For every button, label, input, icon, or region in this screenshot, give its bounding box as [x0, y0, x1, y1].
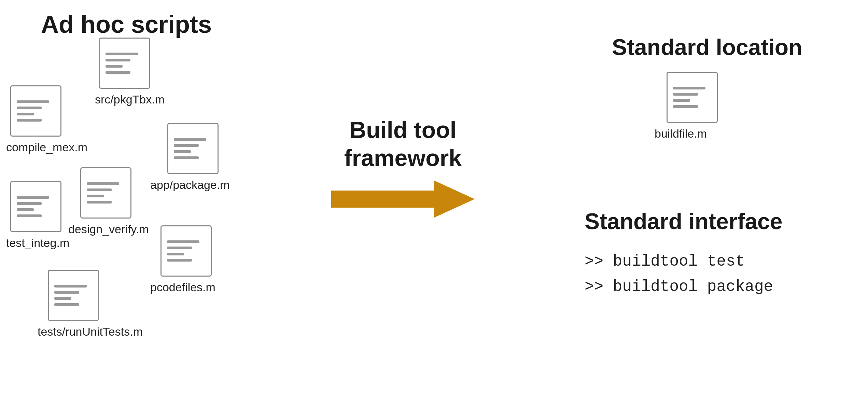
standard-location-title: Standard location	[612, 34, 802, 60]
file-line	[174, 144, 199, 147]
file-label-buildfile: buildfile.m	[655, 127, 707, 140]
file-line	[106, 53, 138, 55]
standard-interface-title: Standard interface	[585, 208, 783, 234]
file-line	[673, 87, 705, 89]
file-line	[54, 297, 71, 300]
file-icon-src-pkgTbx	[99, 38, 150, 89]
file-line	[17, 196, 49, 199]
file-line	[167, 247, 192, 249]
code-line-1: >> buildtool test	[585, 249, 773, 275]
middle-section: Build tool framework	[307, 116, 499, 220]
file-line	[87, 195, 104, 197]
file-icon-app-package	[167, 123, 219, 174]
code-line-2: >> buildtool package	[585, 275, 773, 300]
file-line	[17, 113, 34, 115]
file-icon-tests-runUnitTests	[48, 270, 99, 321]
file-label-design-verify: design_verify.m	[68, 223, 149, 236]
file-line	[673, 99, 690, 102]
code-lines: >> buildtool test >> buildtool package	[585, 249, 773, 299]
file-line	[54, 285, 87, 288]
file-icon-buildfile	[667, 72, 718, 123]
file-line	[17, 107, 42, 109]
build-tool-label-line1: Build tool	[349, 116, 456, 144]
file-label-pcodefiles: pcodefiles.m	[150, 281, 215, 294]
file-icon-compile-mex	[10, 85, 61, 137]
file-line	[54, 291, 79, 294]
file-line	[167, 240, 199, 243]
file-label-app-package: app/package.m	[150, 178, 230, 192]
file-label-test-integ: test_integ.m	[6, 236, 69, 250]
file-line	[673, 105, 698, 108]
build-tool-label-line2: framework	[344, 144, 462, 172]
file-icon-design-verify	[80, 167, 131, 219]
file-line	[174, 138, 206, 141]
file-line	[167, 253, 184, 255]
file-label-tests-runUnitTests: tests/runUnitTests.m	[38, 325, 143, 338]
file-line	[87, 188, 112, 191]
file-line	[106, 59, 130, 61]
file-line	[673, 93, 698, 96]
build-tool-arrow	[331, 179, 475, 220]
file-line	[167, 259, 192, 262]
file-line	[106, 65, 123, 68]
left-section: Ad hoc scripts compile_mex.m src/pkgTbx.…	[0, 0, 307, 420]
file-label-compile-mex: compile_mex.m	[6, 141, 87, 154]
file-line	[87, 201, 112, 204]
file-line	[87, 182, 119, 185]
right-section: Standard location buildfile.m Standard i…	[557, 27, 851, 403]
file-line	[17, 100, 49, 103]
file-line	[54, 303, 79, 306]
svg-marker-0	[331, 180, 475, 218]
file-line	[17, 119, 42, 122]
file-line	[106, 71, 130, 74]
file-line	[17, 214, 42, 217]
file-label-src-pkgTbx: src/pkgTbx.m	[95, 93, 165, 106]
file-icon-pcodefiles	[160, 225, 212, 277]
file-line	[17, 208, 34, 211]
main-container: Ad hoc scripts compile_mex.m src/pkgTbx.…	[0, 0, 868, 420]
file-line	[174, 156, 199, 159]
file-line	[174, 150, 191, 153]
file-line	[17, 202, 42, 205]
file-icon-test-integ	[10, 181, 61, 232]
section-title: Ad hoc scripts	[41, 10, 212, 38]
